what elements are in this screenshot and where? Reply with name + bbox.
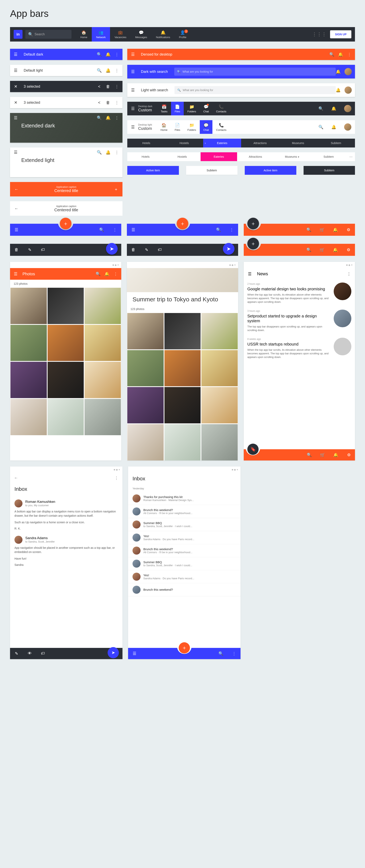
search-icon[interactable]: 🔍 — [318, 106, 323, 111]
search-input[interactable]: 🔍What are you looking for — [174, 68, 336, 75]
chip-subitem[interactable]: Subitem — [186, 166, 238, 175]
list-item[interactable]: Summer BBQto Sandra, Scott, Jennifer · I… — [128, 518, 241, 531]
tab-contacts[interactable]: 📞Contacts — [212, 120, 230, 134]
tab-subitem[interactable]: Subitem — [317, 138, 355, 148]
menu-icon[interactable]: ☰ — [130, 125, 135, 129]
add-icon[interactable]: ＋ — [114, 187, 118, 192]
menu-icon[interactable]: ☰ — [13, 52, 18, 57]
avatar[interactable] — [344, 123, 351, 131]
edit-icon[interactable]: ✎ — [27, 247, 32, 252]
tab-contacts[interactable]: 📞Contacts — [212, 102, 230, 115]
bell-icon[interactable]: 🔔 — [333, 227, 338, 232]
search-input[interactable]: 🔍What are you looking for — [175, 86, 336, 94]
gear-icon[interactable]: ⚙ — [346, 227, 351, 232]
search-icon[interactable]: 🔍 — [97, 115, 101, 120]
search-icon[interactable]: 🔍 — [306, 247, 311, 252]
cart-icon[interactable]: 🛒 — [320, 227, 325, 232]
more-icon[interactable]: ⋮ — [113, 227, 117, 232]
bell-icon[interactable]: 🔔 — [333, 453, 338, 457]
tab-subitem[interactable]: Subitem — [310, 152, 347, 161]
close-icon[interactable]: ✕ — [13, 100, 18, 105]
chip-subitem[interactable]: Subitem — [304, 166, 355, 175]
bell-icon[interactable]: 🔔 — [105, 150, 111, 155]
tab-hotels[interactable]: Hotels — [127, 138, 165, 148]
menu-icon[interactable]: ☰ — [130, 52, 135, 57]
tab-museums[interactable]: Museums▾ — [274, 152, 310, 161]
photo-thumb[interactable] — [85, 325, 121, 361]
delete-icon[interactable]: 🗑 — [105, 100, 111, 105]
bell-icon[interactable]: 🔔 — [105, 68, 111, 73]
avatar[interactable] — [344, 68, 352, 75]
fab-send[interactable]: ➤ — [108, 647, 119, 658]
avatar[interactable] — [14, 536, 23, 544]
list-item[interactable]: Summer BBQto Sandra, Scott, Jennifer · I… — [128, 557, 241, 570]
fab-add[interactable]: ＋ — [247, 238, 259, 249]
photo-thumb[interactable] — [85, 362, 121, 398]
tab-folders[interactable]: 📁Folders — [184, 102, 200, 115]
more-icon[interactable]: ⋮ — [115, 100, 119, 105]
avatar[interactable] — [14, 499, 23, 507]
bell-icon[interactable]: 🔔 — [331, 106, 336, 111]
menu-icon[interactable]: ☰ — [130, 69, 135, 74]
menu-icon[interactable]: ☰ — [130, 106, 135, 111]
photo-thumb[interactable] — [85, 399, 121, 435]
photo-thumb[interactable] — [48, 362, 84, 398]
photo-thumb[interactable] — [127, 387, 164, 423]
photo-thumb[interactable] — [201, 350, 238, 386]
share-icon[interactable]: < — [97, 84, 101, 89]
more-icon[interactable]: ⋮ — [346, 272, 351, 276]
search-icon[interactable]: 🔍 — [97, 150, 101, 155]
chip-active[interactable]: Active item — [245, 166, 296, 175]
fab-send[interactable]: ➤ — [106, 243, 118, 255]
tab-hostels[interactable]: Hostels — [164, 152, 201, 161]
search-icon[interactable]: 🔍 — [318, 125, 323, 129]
tab-hotels[interactable]: Hotels — [127, 152, 164, 161]
photo-thumb[interactable] — [127, 424, 164, 461]
more-icon[interactable]: ⋮ — [115, 84, 119, 89]
close-icon[interactable]: ✕ — [13, 84, 18, 89]
search-icon[interactable]: 🔍 — [307, 453, 312, 457]
tab-tasks[interactable]: 📅Tasks — [157, 102, 171, 115]
search-icon[interactable]: 🔍 — [218, 651, 223, 656]
tab-vacancies[interactable]: 💼Vacancies — [110, 27, 131, 41]
photo-thumb[interactable] — [10, 362, 47, 398]
tab-attractions[interactable]: Attractions — [237, 152, 274, 161]
menu-icon[interactable]: ☰ — [13, 150, 18, 155]
back-icon[interactable]: ← — [14, 206, 19, 211]
more-icon[interactable]: ⋮ — [115, 150, 119, 155]
photo-thumb[interactable] — [164, 387, 201, 423]
tab-eateries[interactable]: Eateries — [201, 152, 237, 161]
search-icon[interactable]: 🔍 — [96, 272, 100, 276]
tab-museums[interactable]: Museums — [279, 138, 317, 148]
photo-thumb[interactable] — [127, 350, 164, 386]
eye-icon[interactable]: 👁 — [27, 651, 32, 656]
gear-icon[interactable]: ⚙ — [346, 453, 351, 457]
edit-icon[interactable]: ✎ — [144, 247, 149, 252]
tab-attractions[interactable]: Attractions — [241, 138, 279, 148]
menu-icon[interactable]: ☰ — [14, 227, 19, 232]
more-icon[interactable]: ⋮ — [229, 227, 234, 232]
more-icon[interactable]: ⋮ — [114, 475, 119, 480]
back-icon[interactable]: ← — [14, 475, 19, 480]
logo[interactable]: in — [14, 30, 23, 39]
bell-icon[interactable]: 🔔 — [338, 52, 343, 57]
menu-icon[interactable]: ☰ — [13, 68, 18, 73]
bell-icon[interactable]: 🔔 — [331, 125, 336, 129]
cart-icon[interactable]: 🛒 — [320, 453, 325, 457]
list-item[interactable]: Yes!Sandra Adams · Do you have Paris rec… — [128, 570, 241, 583]
share-icon[interactable]: < — [97, 100, 101, 105]
photo-thumb[interactable] — [10, 399, 47, 435]
more-icon[interactable]: ⋮ — [115, 115, 119, 120]
tab-network[interactable]: 👥Network — [92, 27, 110, 41]
photo-thumb[interactable] — [164, 424, 201, 461]
more-icon[interactable]: ⋯ — [347, 152, 355, 161]
avatar[interactable] — [344, 105, 351, 112]
menu-icon[interactable]: ☰ — [247, 272, 252, 276]
menu-icon[interactable]: ☰ — [130, 88, 135, 93]
photo-thumb[interactable] — [164, 350, 201, 386]
tag-icon[interactable]: 🏷 — [40, 247, 45, 252]
list-item[interactable]: Brunch this weekend?Ali Connors · I'll b… — [128, 544, 241, 557]
fab-add[interactable]: ＋ — [247, 218, 259, 229]
fab-add[interactable]: ＋ — [60, 218, 71, 229]
menu-icon[interactable]: ☰ — [13, 115, 18, 120]
